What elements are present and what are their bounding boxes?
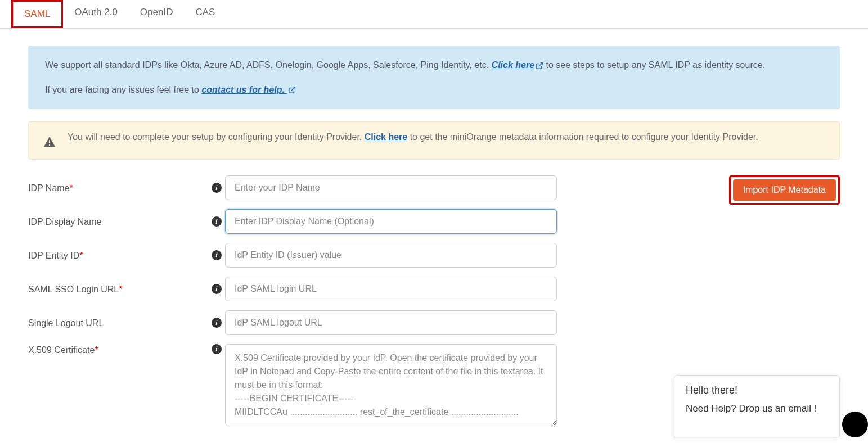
chat-widget[interactable]: Hello there! Need Help? Drop us an email… [674,375,840,437]
warning-icon [43,135,56,149]
click-here-metadata-link[interactable]: Click here [365,132,407,142]
x509-cert-input[interactable] [225,344,557,426]
idp-display-name-label: IDP Display Name [28,216,208,227]
idp-entity-id-input[interactable] [225,243,557,268]
svg-rect-2 [49,140,50,143]
tabs-bar: SAML OAuth 2.0 OpenID CAS [0,0,868,29]
warning-text: to get the miniOrange metadata informati… [410,132,758,142]
info-icon[interactable]: i [212,284,222,294]
info-text: to see steps to setup any SAML IDP as id… [546,60,766,70]
info-icon[interactable]: i [212,183,222,193]
svg-rect-3 [49,144,50,146]
import-idp-metadata-button[interactable]: Import IDP Metadata [733,179,836,201]
chat-fab-button[interactable] [842,412,868,437]
single-logout-url-label: Single Logout URL [28,317,208,328]
warning-text: You will need to complete your setup by … [68,132,365,142]
tab-saml[interactable]: SAML [11,0,63,28]
svg-line-1 [291,87,295,91]
idp-display-name-input[interactable] [225,209,557,234]
info-text: If you are facing any issues feel free t… [45,85,201,94]
chat-greeting: Hello there! [686,385,828,396]
tab-cas[interactable]: CAS [184,0,226,28]
warning-banner: You will need to complete your setup by … [28,121,840,160]
idp-name-label: IDP Name* [28,182,208,193]
info-icon[interactable]: i [212,318,222,328]
info-text: We support all standard IDPs like Okta, … [45,60,492,70]
saml-sso-login-url-input[interactable] [225,277,557,301]
info-banner: We support all standard IDPs like Okta, … [28,46,840,109]
chat-prompt: Need Help? Drop us an email ! [686,403,828,414]
saml-sso-login-url-label: SAML SSO Login URL* [28,283,208,295]
single-logout-url-input[interactable] [225,310,557,335]
external-link-icon [536,62,543,70]
idp-name-input[interactable] [225,175,557,200]
tab-openid[interactable]: OpenID [129,0,185,28]
contact-us-link[interactable]: contact us for help. [201,85,296,94]
tab-oauth[interactable]: OAuth 2.0 [63,0,129,28]
svg-line-0 [539,63,542,66]
click-here-idp-steps-link[interactable]: Click here [492,60,543,70]
external-link-icon [288,86,296,94]
x509-cert-label: X.509 Certificate* [28,344,208,355]
info-icon[interactable]: i [212,344,222,354]
info-icon[interactable]: i [212,216,222,227]
idp-entity-id-label: IDP Entity ID* [28,250,208,261]
info-icon[interactable]: i [212,250,222,260]
